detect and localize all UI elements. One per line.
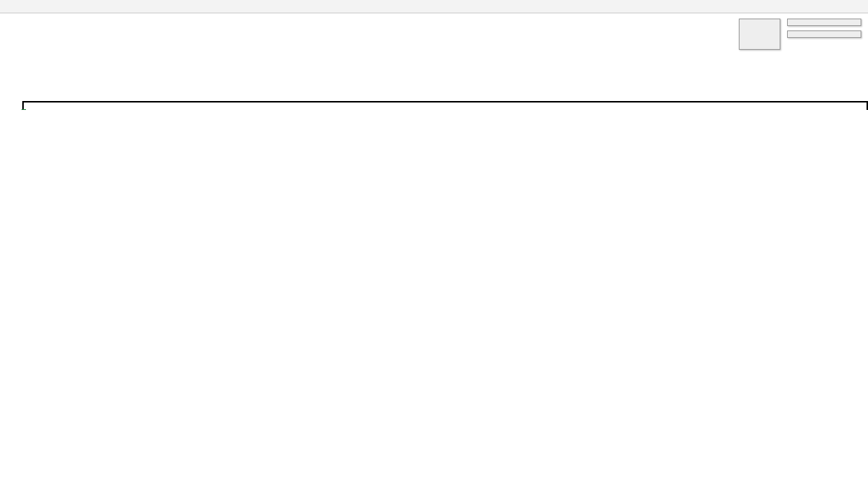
column-headers[interactable]: [0, 0, 868, 13]
title-project: [22, 61, 868, 80]
worksheet[interactable]: [22, 13, 868, 110]
title-main: [22, 27, 868, 61]
title-duration: [22, 80, 868, 103]
